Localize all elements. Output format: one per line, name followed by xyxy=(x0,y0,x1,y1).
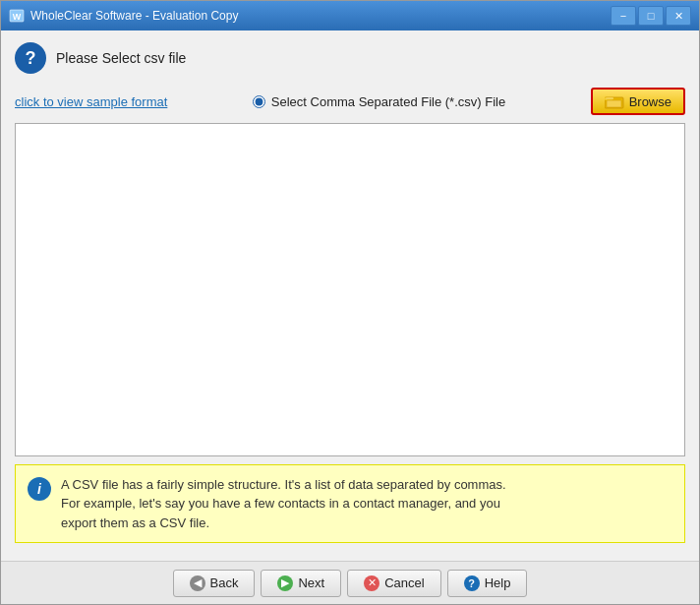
main-window: W WholeClear Software - Evaluation Copy … xyxy=(0,0,700,605)
cancel-icon: ✕ xyxy=(364,575,379,591)
info-box: i A CSV file has a fairly simple structu… xyxy=(15,464,685,544)
restore-button[interactable]: □ xyxy=(638,6,664,26)
back-label: Back xyxy=(210,575,239,590)
toolbar-row: click to view sample format Select Comma… xyxy=(15,88,685,115)
csv-radio-label: Select Comma Separated File (*.csv) File xyxy=(271,94,505,109)
help-button[interactable]: ? Help xyxy=(447,570,528,597)
info-line1: A CSV file has a fairly simple structure… xyxy=(61,477,506,492)
next-button[interactable]: ▶ Next xyxy=(261,570,341,597)
help-label: Help xyxy=(485,575,511,590)
info-line2: For example, let's say you have a few co… xyxy=(61,496,500,511)
back-icon: ◀ xyxy=(190,575,205,591)
svg-text:W: W xyxy=(13,12,22,22)
header-row: ? Please Select csv file xyxy=(15,42,685,74)
question-icon: ? xyxy=(15,42,46,74)
window-controls: − □ ✕ xyxy=(611,6,691,26)
content-area: ? Please Select csv file click to view s… xyxy=(1,30,699,561)
page-title: Please Select csv file xyxy=(56,50,186,66)
back-button[interactable]: ◀ Back xyxy=(173,570,256,597)
csv-radio[interactable] xyxy=(253,95,265,108)
sample-format-link[interactable]: click to view sample format xyxy=(15,94,167,109)
help-icon: ? xyxy=(464,575,480,591)
cancel-label: Cancel xyxy=(384,575,424,590)
window-title: WholeClear Software - Evaluation Copy xyxy=(30,9,611,23)
close-button[interactable]: ✕ xyxy=(666,6,691,26)
info-line3: export them as a CSV file. xyxy=(61,515,209,530)
browse-button[interactable]: Browse xyxy=(591,88,685,115)
svg-rect-4 xyxy=(607,100,621,107)
info-icon: i xyxy=(28,477,51,501)
next-label: Next xyxy=(298,575,324,590)
app-icon: W xyxy=(9,8,25,24)
info-text: A CSV file has a fairly simple structure… xyxy=(61,475,506,533)
browse-label: Browse xyxy=(629,94,671,109)
minimize-button[interactable]: − xyxy=(611,6,636,26)
cancel-button[interactable]: ✕ Cancel xyxy=(347,570,440,597)
bottom-bar: ◀ Back ▶ Next ✕ Cancel ? Help xyxy=(1,561,699,604)
folder-icon xyxy=(605,93,624,109)
title-bar: W WholeClear Software - Evaluation Copy … xyxy=(1,1,699,30)
next-icon: ▶ xyxy=(277,575,293,591)
radio-section: Select Comma Separated File (*.csv) File xyxy=(177,94,580,109)
file-display-area xyxy=(15,123,685,456)
